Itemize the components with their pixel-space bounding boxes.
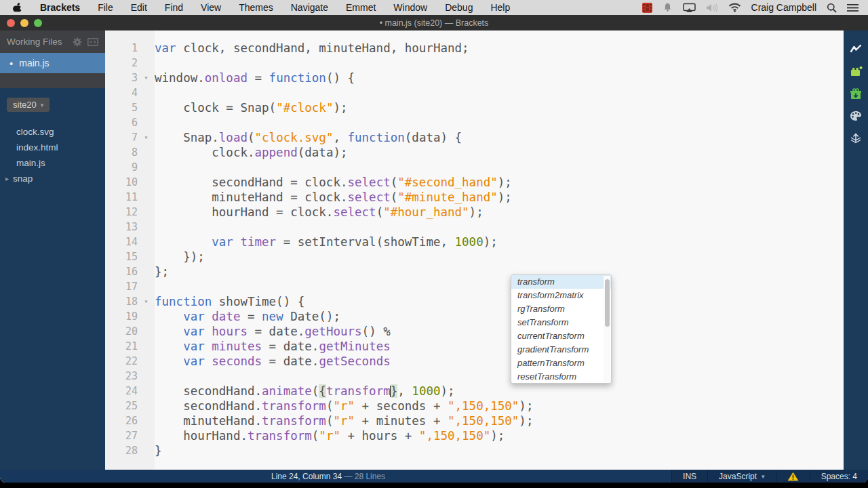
dropdown-scrollbar[interactable] <box>604 276 610 382</box>
minimize-window-button[interactable] <box>20 19 28 27</box>
code-line-25: 25 secondHand.transform("r" + seconds + … <box>105 399 844 413</box>
code-line-1: 1var clock, secondHand, minuteHand, hour… <box>105 41 844 56</box>
menu-debug[interactable]: Debug <box>445 2 473 13</box>
code-fold-arrow-icon[interactable]: ▾ <box>140 70 152 85</box>
cursor-position-status[interactable]: Line 24, Column 34 — 28 Lines <box>0 472 385 481</box>
token: "r" <box>319 429 340 443</box>
working-file-main.js[interactable]: •main.js <box>0 53 105 73</box>
spotlight-search-icon[interactable] <box>827 3 837 13</box>
code-text: }; <box>152 264 169 279</box>
file-tree-item-snap[interactable]: ▸snap <box>0 171 105 186</box>
hint-item-rgTransform[interactable]: rgTransform <box>511 302 611 316</box>
chevron-down-icon: ▾ <box>41 102 44 108</box>
menu-file[interactable]: File <box>98 2 113 13</box>
project-name: site20 <box>13 100 37 110</box>
menu-help[interactable]: Help <box>490 2 510 13</box>
line-count-label: 28 Lines <box>355 472 385 481</box>
token <box>233 235 241 249</box>
hint-item-patternTransform[interactable]: patternTransform <box>511 357 611 370</box>
dropdown-scrollbar-thumb[interactable] <box>605 279 610 327</box>
file-tree-item-index.html[interactable]: index.html <box>0 140 105 155</box>
live-preview-icon[interactable] <box>848 41 863 56</box>
hint-item-gradientTransform[interactable]: gradientTransform <box>511 343 611 357</box>
token: Date(); <box>283 310 340 323</box>
menu-themes[interactable]: Themes <box>239 2 273 13</box>
line-number: 3 <box>105 70 140 85</box>
language-selector[interactable]: JavaScript ▾ <box>707 470 776 483</box>
token: Snap. <box>155 131 219 144</box>
theme-palette-icon[interactable] <box>848 108 863 123</box>
wifi-icon[interactable] <box>728 3 741 12</box>
token: new <box>262 310 283 323</box>
token <box>205 340 212 353</box>
code-fold-arrow-icon[interactable]: ▾ <box>140 294 152 309</box>
token: hourHand. <box>155 429 248 443</box>
code-text: var date = new Date(); <box>152 309 340 324</box>
menu-user-name[interactable]: Craig Campbell <box>751 2 816 13</box>
token: select <box>347 190 390 204</box>
file-name-label: snap <box>13 174 33 184</box>
token: , <box>397 384 412 398</box>
hint-item-setTransform[interactable]: setTransform <box>511 316 611 329</box>
close-window-button[interactable] <box>7 19 15 27</box>
file-tree-item-main.js[interactable]: main.js <box>0 155 105 171</box>
hint-item-currentTransform[interactable]: currentTransform <box>511 329 611 343</box>
token: ); <box>519 399 533 413</box>
token: date <box>212 310 240 323</box>
line-number: 22 <box>105 354 140 369</box>
token: var <box>183 310 205 323</box>
extension-manager-brick-icon[interactable] <box>848 64 863 79</box>
token: clock, secondHand, minuteHand, hourHand; <box>176 41 469 55</box>
menu-find[interactable]: Find <box>165 2 183 13</box>
token: clock = Snap( <box>155 101 276 115</box>
volume-muted-icon[interactable] <box>706 3 718 13</box>
notification-center-icon[interactable] <box>847 3 859 12</box>
project-dropdown[interactable]: site20 ▾ <box>7 98 50 112</box>
token: ( <box>248 131 255 144</box>
token: ( <box>391 176 398 189</box>
screen-recording-icon[interactable] <box>642 3 652 13</box>
token: function <box>269 71 326 85</box>
token: ",150,150" <box>448 414 519 428</box>
layers-upload-icon[interactable] <box>848 131 863 146</box>
file-tree-item-clock.svg[interactable]: clock.svg <box>0 124 105 140</box>
hint-item-transform2matrix[interactable]: transform2matrix <box>511 289 611 302</box>
menu-view[interactable]: View <box>201 2 221 13</box>
token: transform <box>262 399 326 413</box>
gear-icon[interactable] <box>73 37 82 47</box>
notifications-bell-icon[interactable] <box>663 2 673 13</box>
window-title-bar[interactable]: • main.js (site20) — Brackets <box>0 15 868 30</box>
token: showTime() { <box>212 295 304 308</box>
gift-extract-icon[interactable] <box>848 86 863 101</box>
code-fold-arrow-icon[interactable]: ▾ <box>140 130 152 145</box>
fold-gutter <box>140 235 152 249</box>
airplay-display-icon[interactable] <box>683 3 696 13</box>
menu-edit[interactable]: Edit <box>131 2 147 13</box>
zoom-window-button[interactable] <box>34 19 42 27</box>
apple-menu-icon[interactable] <box>12 2 22 14</box>
folder-disclosure-icon[interactable]: ▸ <box>5 175 9 182</box>
line-number: 7 <box>105 130 140 145</box>
token: "clock.svg" <box>255 131 334 144</box>
line-number: 8 <box>105 145 140 160</box>
token: append <box>255 146 298 159</box>
hint-item-transform[interactable]: transform <box>511 275 611 289</box>
menu-navigate[interactable]: Navigate <box>291 2 328 13</box>
split-view-icon[interactable] <box>87 38 98 46</box>
token: minutes <box>212 340 262 353</box>
token: ); <box>498 190 512 204</box>
token: = date. <box>262 354 319 368</box>
menu-window[interactable]: Window <box>393 2 427 13</box>
menu-app-brackets[interactable]: Brackets <box>40 2 80 13</box>
lint-warning-indicator[interactable] <box>776 470 810 483</box>
line-number: 26 <box>105 413 140 428</box>
indentation-setting[interactable]: Spaces: 4 <box>810 470 868 483</box>
token: { <box>319 384 326 398</box>
menu-emmet[interactable]: Emmet <box>346 2 376 13</box>
code-editor[interactable]: 1var clock, secondHand, minuteHand, hour… <box>105 30 844 470</box>
fold-gutter <box>140 56 152 70</box>
insert-mode-toggle[interactable]: INS <box>671 470 707 483</box>
token: ",150,150" <box>419 429 490 443</box>
hint-item-resetTransform[interactable]: resetTransform <box>511 370 611 384</box>
token: secondHand = clock. <box>155 176 347 189</box>
